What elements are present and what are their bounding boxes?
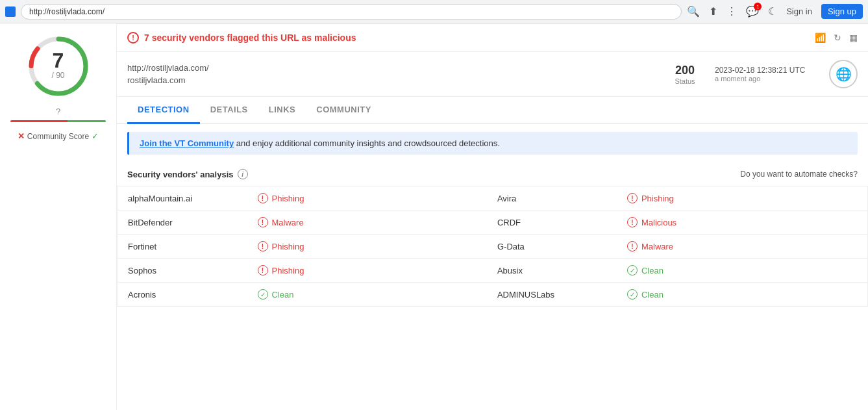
- vendor-name: alphaMountain.ai: [118, 186, 247, 211]
- vendor-name: G-Data: [487, 235, 617, 259]
- vendor-result: ! Phishing: [617, 186, 868, 211]
- info-icon[interactable]: i: [238, 169, 248, 179]
- url-details: http://rostiljvlada.com/ rostiljvlada.co…: [127, 63, 655, 85]
- result-clean: ✓ Clean: [627, 289, 857, 300]
- refresh-icon[interactable]: ↻: [834, 32, 841, 43]
- result-clean: ✓ Clean: [258, 289, 477, 300]
- notification-badge: 1: [754, 3, 762, 10]
- browser-icons: 🔍 ⬆ ⋮ 💬 1 ☾ Sign in Sign up: [687, 4, 863, 19]
- alert-message: 7 security vendors flagged this URL as m…: [144, 32, 356, 43]
- vendor-name: BitDefender: [118, 211, 247, 235]
- result-phishing: ! Phishing: [258, 265, 477, 275]
- result-phishing: ! Phishing: [627, 193, 857, 203]
- tabs-row: DETECTION DETAILS LINKS COMMUNITY: [117, 97, 868, 124]
- threat-icon: !: [627, 193, 638, 203]
- moon-icon[interactable]: ☾: [768, 5, 777, 18]
- alert-action-icons: 📶 ↻ ▦: [815, 32, 858, 43]
- result-clean: ✓ Clean: [627, 265, 857, 275]
- main-container: 7 / 90 ? ✕ Community Score ✓ ! 7 securit…: [0, 23, 868, 410]
- status-label: Status: [665, 77, 704, 85]
- vendor-name: CRDF: [487, 211, 617, 235]
- sign-in-button[interactable]: Sign in: [786, 6, 812, 16]
- url-domain: rostiljvlada.com: [127, 75, 655, 85]
- clean-icon: ✓: [627, 265, 638, 275]
- vendor-result: ✓ Clean: [617, 283, 868, 307]
- timestamp-date: 2023-02-18 12:38:21 UTC: [715, 66, 819, 75]
- result-malware: ! Malware: [627, 241, 857, 251]
- community-banner-text: and enjoy additional community insights …: [234, 138, 500, 148]
- url-main: http://rostiljvlada.com/: [127, 63, 655, 73]
- table-row: Sophos ! Phishing Abusix ✓ Clean: [118, 259, 868, 283]
- analysis-header: Security vendors' analysis i Do you want…: [117, 162, 868, 186]
- table-row: BitDefender ! Malware CRDF ! Malicious: [118, 211, 868, 235]
- analysis-title: Security vendors' analysis i: [127, 169, 248, 179]
- grid-icon[interactable]: ⋮: [726, 5, 737, 18]
- alert-icon: !: [127, 32, 139, 44]
- sign-up-button[interactable]: Sign up: [821, 4, 863, 19]
- threat-icon: !: [627, 241, 638, 251]
- qr-icon[interactable]: ▦: [849, 32, 858, 43]
- vendor-result: ! Malware: [247, 211, 487, 235]
- community-score-label: Community Score: [27, 132, 89, 141]
- x-icon: ✕: [18, 131, 25, 141]
- url-bar[interactable]: http://rostiljvlada.com/: [21, 4, 682, 19]
- vendor-result: ! Malware: [617, 235, 868, 259]
- sidebar: 7 / 90 ? ✕ Community Score ✓: [0, 23, 117, 410]
- url-info-section: http://rostiljvlada.com/ rostiljvlada.co…: [117, 52, 868, 97]
- vendor-name: Abusix: [487, 259, 617, 283]
- url-text: http://rostiljvlada.com/: [29, 7, 105, 16]
- search-icon[interactable]: 🔍: [687, 5, 700, 18]
- community-score-row: ✕ Community Score ✓: [10, 131, 106, 141]
- alert-title: ! 7 security vendors flagged this URL as…: [127, 32, 356, 44]
- community-banner: Join the VT Community and enjoy addition…: [127, 132, 858, 155]
- vendor-name: ADMINUSLabs: [487, 283, 617, 307]
- analysis-title-text: Security vendors' analysis: [127, 170, 234, 179]
- vendor-result: ! Malicious: [617, 211, 868, 235]
- vendor-result: ! Phishing: [247, 259, 487, 283]
- table-row: alphaMountain.ai ! Phishing Avira ! Phis…: [118, 186, 868, 211]
- result-phishing: ! Phishing: [258, 241, 477, 251]
- result-malicious: ! Malicious: [627, 217, 857, 227]
- timestamp-box: 2023-02-18 12:38:21 UTC a moment ago: [715, 66, 819, 83]
- tab-links[interactable]: LINKS: [258, 97, 306, 124]
- result-malware: ! Malware: [258, 217, 477, 227]
- alert-header: ! 7 security vendors flagged this URL as…: [117, 23, 868, 52]
- score-number: 7: [51, 50, 64, 71]
- vendor-table: alphaMountain.ai ! Phishing Avira ! Phis…: [117, 186, 868, 307]
- score-text: 7 / 90: [51, 50, 64, 80]
- status-code: 200: [665, 64, 704, 77]
- threat-icon: !: [258, 217, 268, 227]
- vendor-result: ! Phishing: [247, 186, 487, 211]
- vendor-name: Sophos: [118, 259, 247, 283]
- notifications-icon[interactable]: 💬 1: [746, 5, 759, 18]
- tab-details[interactable]: DETAILS: [200, 97, 258, 124]
- vendor-result: ✓ Clean: [247, 283, 487, 307]
- timestamp-ago: a moment ago: [715, 75, 819, 83]
- result-phishing: ! Phishing: [258, 193, 477, 203]
- threat-icon: !: [258, 241, 268, 251]
- clean-icon: ✓: [627, 289, 638, 300]
- globe-icon: 🌐: [829, 60, 858, 88]
- vendor-result: ! Phishing: [247, 235, 487, 259]
- score-circle: 7 / 90: [26, 34, 91, 99]
- table-row: Fortinet ! Phishing G-Data ! Malware: [118, 235, 868, 259]
- table-row: Acronis ✓ Clean ADMINUSLabs ✓ Clean: [118, 283, 868, 307]
- browser-tab-icon: [5, 6, 16, 17]
- clean-icon: ✓: [258, 289, 268, 300]
- automate-checks: Do you want to automate checks?: [740, 170, 858, 179]
- threat-icon: !: [258, 193, 268, 203]
- tab-detection[interactable]: DETECTION: [127, 97, 200, 124]
- tab-community[interactable]: COMMUNITY: [306, 97, 382, 124]
- community-question: ?: [56, 107, 60, 116]
- threat-icon: !: [258, 265, 268, 275]
- vendor-name: Acronis: [118, 283, 247, 307]
- threat-icon: !: [627, 217, 638, 227]
- score-denominator: / 90: [51, 71, 64, 80]
- vendor-name: Avira: [487, 186, 617, 211]
- score-divider: [10, 120, 106, 122]
- upload-icon[interactable]: ⬆: [709, 5, 717, 18]
- vendor-result: ✓ Clean: [617, 259, 868, 283]
- audio-icon[interactable]: 📶: [815, 32, 826, 43]
- vendor-name: Fortinet: [118, 235, 247, 259]
- join-community-link[interactable]: Join the VT Community: [140, 138, 234, 148]
